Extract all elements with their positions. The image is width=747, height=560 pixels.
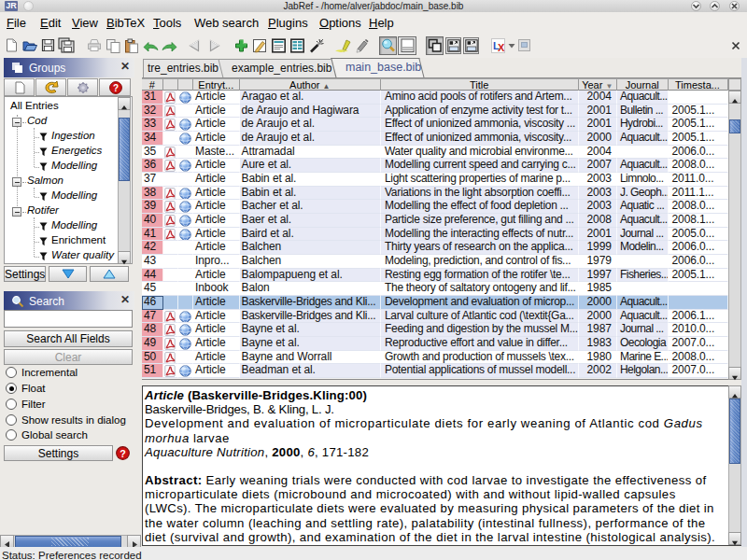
svg-text:?: ? [120, 448, 126, 459]
svg-text:?: ? [113, 83, 119, 93]
